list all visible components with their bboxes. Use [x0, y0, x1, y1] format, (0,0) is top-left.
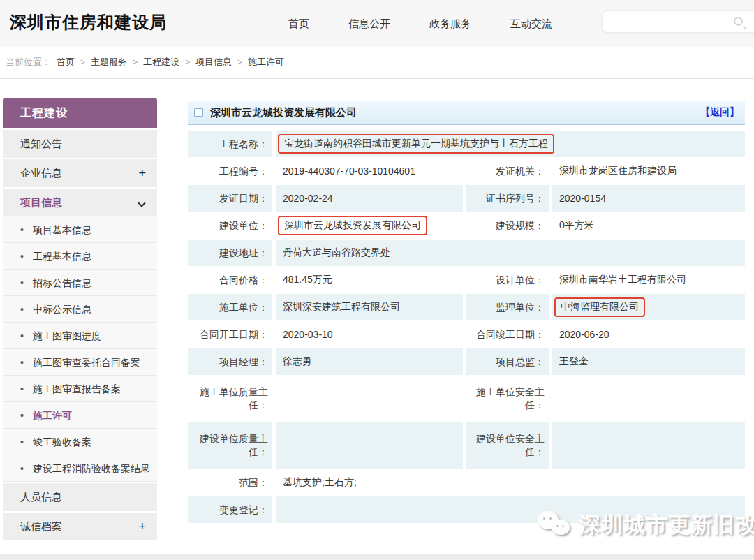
sidebar-item-credit-archive[interactable]: 诚信档案 + — [3, 513, 157, 540]
sidebar-item-completion-acceptance[interactable]: •竣工验收备案 — [3, 429, 157, 455]
table-row-contractor: 施工单位： 深圳深安建筑工程有限公司 监理单位： 中海监理有限公司 — [188, 294, 745, 320]
field-label: 设计单位： — [466, 267, 549, 293]
divider — [0, 78, 754, 79]
table-row-project-name: 工程名称： 宝龙街道南约积谷田城市更新单元一期基坑支护与土石方工程 — [188, 131, 745, 157]
field-label: 发证机关： — [466, 158, 549, 184]
sidebar-item-label: 人员信息 — [20, 491, 62, 503]
breadcrumb-engineering[interactable]: 工程建设 — [143, 56, 179, 68]
field-label: 建设规模： — [466, 212, 549, 239]
sidebar-item-bid-winning[interactable]: •中标公示信息 — [3, 296, 157, 323]
breadcrumb-theme-services[interactable]: 主题服务 — [91, 56, 127, 68]
sidebar-item-drawing-review-report[interactable]: •施工图审查报告备案 — [3, 376, 157, 402]
field-label: 施工单位安全主任： — [466, 376, 549, 422]
table-row-project-manager: 项目经理： 徐志勇 项目总监： 王登奎 — [188, 348, 745, 375]
sub-item-label: 施工图审图进度 — [33, 330, 101, 341]
sub-item-label: 竣工验收备案 — [33, 436, 91, 448]
bullet-icon: • — [20, 323, 24, 349]
field-label: 建设单位： — [188, 212, 272, 239]
plus-icon[interactable]: + — [138, 513, 146, 540]
table-row-issue-date: 发证日期： 2020-02-24 证书序列号： 2020-0154 — [188, 185, 745, 212]
search-box[interactable] — [602, 10, 754, 33]
bullet-icon: • — [20, 349, 24, 376]
search-input[interactable] — [609, 11, 735, 32]
table-row-construction-unit: 建设单位： 深圳市云龙城投资发展有限公司 建设规模： 0平方米 — [188, 212, 745, 239]
plus-icon[interactable]: + — [138, 159, 146, 187]
bullet-icon: • — [20, 243, 24, 270]
bullet-icon: • — [20, 216, 24, 243]
sub-item-label: 工程基本信息 — [33, 251, 91, 262]
field-label: 范围： — [188, 469, 272, 496]
field-value — [552, 422, 745, 469]
sub-item-label: 施工图审查报告备案 — [33, 383, 121, 395]
highlight-box: 宝龙街道南约积谷田城市更新单元一期基坑支护与土石方工程 — [278, 134, 554, 154]
breadcrumb-separator: > — [133, 57, 138, 67]
search-icon[interactable] — [734, 17, 743, 26]
field-label: 建设单位质量主任： — [188, 422, 272, 469]
sub-item-label: 招标公告信息 — [33, 277, 91, 288]
sidebar-item-notices[interactable]: 通知公告 — [3, 130, 157, 158]
table-row-contract-dates: 合同开工日期： 2020-03-10 合同竣工日期： 2020-06-20 — [188, 321, 745, 348]
main-content: 深圳市云龙城投资发展有限公司 【返回】 工程名称： 宝龙街道南约积谷田城市更新单… — [188, 101, 745, 524]
table-row-change-registration: 变更登记： — [188, 496, 745, 523]
nav-item-home[interactable]: 首页 — [288, 17, 309, 31]
breadcrumb-construction-permit[interactable]: 施工许可 — [248, 56, 284, 68]
field-value: 2020-03-10 — [276, 321, 463, 348]
sidebar-item-fire-acceptance-result[interactable]: •建设工程消防验收备案结果 — [3, 455, 157, 482]
table-row-contract-price: 合同价格： 481.45万元 设计单位： 深圳市南华岩土工程有限公司 — [188, 267, 745, 293]
sidebar-item-bid-announcement[interactable]: •招标公告信息 — [3, 270, 157, 296]
field-value: 丹荷大道与南谷路交界处 — [276, 240, 745, 266]
table-row-address: 建设地址： 丹荷大道与南谷路交界处 — [188, 240, 745, 266]
field-label: 合同价格： — [188, 267, 272, 293]
sidebar-item-project-info[interactable]: 项目信息 — [3, 189, 157, 216]
company-title: 深圳市云龙城投资发展有限公司 — [210, 106, 357, 119]
nav-item-gov-services[interactable]: 政务服务 — [429, 17, 471, 31]
sidebar-item-personnel-info[interactable]: 人员信息 — [3, 483, 157, 511]
field-value: 深圳深安建筑工程有限公司 — [276, 294, 463, 320]
sub-item-label: 项目基本信息 — [33, 224, 91, 235]
field-value: 王登奎 — [552, 348, 745, 375]
permit-info-table: 工程名称： 宝龙街道南约积谷田城市更新单元一期基坑支护与土石方工程 工程编号： … — [188, 131, 745, 523]
sidebar-item-engineering-basic-info[interactable]: •工程基本信息 — [3, 243, 157, 270]
field-label: 证书序列号： — [466, 185, 549, 212]
top-nav: 首页 信息公开 政务服务 互动交流 — [288, 0, 552, 47]
sidebar-header-engineering: 工程建设 — [3, 98, 157, 128]
content-title-bar: 深圳市云龙城投资发展有限公司 【返回】 — [188, 101, 745, 125]
sidebar-item-drawing-review-contract[interactable]: •施工图审查委托合同备案 — [3, 349, 157, 376]
nav-item-interaction[interactable]: 互动交流 — [510, 17, 552, 31]
field-value: 深圳市云龙城投资发展有限公司 — [276, 212, 463, 239]
nav-item-info-disclosure[interactable]: 信息公开 — [348, 17, 390, 31]
breadcrumb-project-info[interactable]: 项目信息 — [195, 56, 232, 68]
field-value: 宝龙街道南约积谷田城市更新单元一期基坑支护与土石方工程 — [276, 131, 745, 157]
bullet-icon: • — [20, 296, 24, 323]
back-button[interactable]: 【返回】 — [700, 106, 739, 119]
sub-item-label: 施工许可 — [33, 410, 72, 421]
sidebar-item-enterprise-info[interactable]: 企业信息 + — [3, 159, 157, 187]
field-value: 2019-440307-70-03-10104601 — [276, 158, 463, 184]
field-label: 项目总监： — [466, 348, 549, 375]
field-label: 建设单位安全主任： — [466, 422, 549, 469]
field-value: 481.45万元 — [276, 267, 463, 293]
breadcrumb-prefix: 当前位置： — [6, 56, 51, 68]
sidebar-item-construction-permit[interactable]: •施工许可 — [3, 402, 157, 429]
field-value: 中海监理有限公司 — [552, 294, 745, 320]
field-label: 合同竣工日期： — [466, 321, 549, 348]
sub-item-label: 中标公示信息 — [33, 304, 91, 315]
field-label: 工程名称： — [188, 131, 272, 157]
field-label: 发证日期： — [188, 185, 272, 212]
bullet-icon: • — [20, 402, 24, 429]
breadcrumb-separator: > — [237, 57, 242, 67]
sidebar-item-project-basic-info[interactable]: •项目基本信息 — [3, 216, 157, 243]
sidebar-item-label: 诚信档案 — [20, 520, 62, 532]
breadcrumb: 当前位置： 首页 > 主题服务 > 工程建设 > 项目信息 > 施工许可 — [6, 56, 284, 68]
breadcrumb-home[interactable]: 首页 — [57, 56, 75, 68]
sidebar-item-label: 企业信息 — [20, 167, 62, 179]
field-value: 深圳市龙岗区住房和建设局 — [552, 158, 745, 184]
field-value: 徐志勇 — [276, 348, 463, 375]
chevron-down-icon[interactable] — [138, 199, 145, 207]
breadcrumb-separator: > — [80, 57, 85, 67]
sidebar: 工程建设 通知公告 企业信息 + 项目信息 •项目基本信息 •工程基本信息 •招… — [3, 98, 157, 540]
field-value — [552, 376, 745, 422]
breadcrumb-separator: > — [185, 57, 190, 67]
bullet-icon: • — [20, 429, 24, 455]
sidebar-item-drawing-review-progress[interactable]: •施工图审图进度 — [3, 323, 157, 349]
